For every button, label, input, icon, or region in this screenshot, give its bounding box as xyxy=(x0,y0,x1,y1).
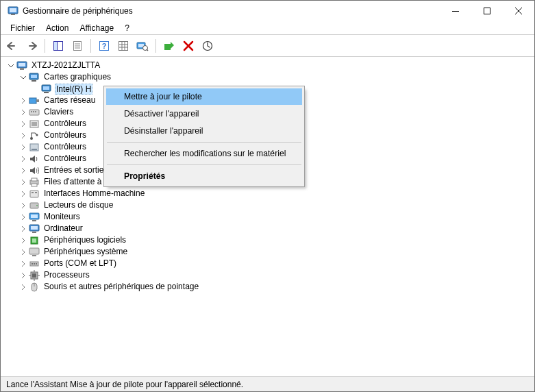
svg-rect-32 xyxy=(44,92,49,93)
software-device-icon xyxy=(29,235,40,246)
expand-icon[interactable] xyxy=(18,271,28,280)
svg-rect-49 xyxy=(32,192,34,193)
back-button[interactable] xyxy=(5,38,20,53)
hid-icon xyxy=(29,188,40,199)
expand-icon[interactable] xyxy=(18,201,28,210)
svg-rect-22 xyxy=(164,44,171,50)
tree-category[interactable]: Périphériques logiciels xyxy=(18,234,534,246)
scan-hardware-button[interactable] xyxy=(135,38,150,53)
svg-rect-48 xyxy=(30,191,38,197)
menu-action[interactable]: Action xyxy=(40,22,74,34)
context-menu-scan-hardware[interactable]: Rechercher les modifications sur le maté… xyxy=(106,145,302,162)
context-menu: Mettre à jour le pilote Désactiver l'app… xyxy=(103,86,305,187)
node-label: Contrôleurs xyxy=(42,141,88,153)
node-label: Souris et autres périphériques de pointa… xyxy=(42,281,200,293)
show-hide-tree-button[interactable] xyxy=(51,38,66,53)
node-label: Processeurs xyxy=(42,269,91,281)
close-button[interactable] xyxy=(503,1,534,21)
display-adapter-icon xyxy=(41,84,52,95)
forward-button[interactable] xyxy=(24,38,39,53)
node-label: Lecteurs de disque xyxy=(42,199,114,211)
tree-category[interactable]: Interfaces Homme-machine xyxy=(18,188,534,199)
expand-icon[interactable] xyxy=(18,236,28,245)
tree-category[interactable]: Ordinateur xyxy=(18,223,534,234)
selected-device-label: Intel(R) H xyxy=(55,84,92,95)
expand-icon[interactable] xyxy=(18,282,28,292)
svg-rect-40 xyxy=(32,122,37,126)
menu-help[interactable]: ? xyxy=(119,22,135,34)
svg-rect-28 xyxy=(31,75,37,78)
expand-icon[interactable] xyxy=(18,143,28,152)
node-label: Contrôleurs xyxy=(42,153,88,164)
expand-icon[interactable] xyxy=(18,96,28,106)
svg-point-64 xyxy=(32,263,33,265)
sound-controller-icon xyxy=(29,154,40,164)
context-menu-update-driver[interactable]: Mettre à jour le pilote xyxy=(106,88,302,105)
collapse-icon[interactable] xyxy=(18,73,28,82)
tree-root-node[interactable]: XTZJ-2021ZJLTTA xyxy=(6,60,534,71)
tree-category-display-adapters[interactable]: Cartes graphiques xyxy=(18,71,534,83)
node-label: Contrôleurs xyxy=(42,118,88,130)
enable-device-button[interactable] xyxy=(162,38,177,53)
expand-icon[interactable] xyxy=(18,212,28,222)
node-label: Cartes graphiques xyxy=(42,71,112,83)
expand-icon[interactable] xyxy=(18,224,28,234)
spacer xyxy=(31,84,40,94)
svg-rect-29 xyxy=(32,80,36,82)
expand-icon[interactable] xyxy=(18,108,28,117)
menu-view[interactable]: Affichage xyxy=(74,22,119,34)
grid-button[interactable] xyxy=(116,38,131,53)
context-menu-properties[interactable]: Propriétés xyxy=(106,168,302,184)
statusbar-text: Lance l'Assistant Mise à jour de pilote … xyxy=(6,380,243,389)
svg-rect-47 xyxy=(32,184,37,186)
expand-icon[interactable] xyxy=(18,131,28,140)
expand-icon[interactable] xyxy=(18,166,28,175)
properties-button[interactable] xyxy=(70,38,85,53)
svg-rect-46 xyxy=(32,178,37,181)
tree-category[interactable]: Processeurs xyxy=(18,269,534,281)
uninstall-device-button[interactable] xyxy=(181,38,196,53)
expand-icon[interactable] xyxy=(18,154,28,164)
computer-icon xyxy=(29,223,40,234)
svg-rect-58 xyxy=(32,232,36,233)
svg-rect-54 xyxy=(31,215,38,218)
expand-icon[interactable] xyxy=(18,189,28,199)
svg-rect-36 xyxy=(31,111,32,112)
device-manager-window: Gestionnaire de périphériques Fichier Ac… xyxy=(0,0,535,392)
tree-category[interactable]: Périphériques système xyxy=(18,246,534,258)
app-icon xyxy=(8,5,18,16)
svg-rect-2 xyxy=(11,14,15,15)
svg-rect-13 xyxy=(119,41,128,50)
context-menu-disable-device[interactable]: Désactiver l'appareil xyxy=(106,106,302,122)
expand-icon[interactable] xyxy=(18,259,28,269)
minimize-button[interactable] xyxy=(440,1,471,21)
node-label: Contrôleurs xyxy=(42,130,88,141)
audio-io-icon xyxy=(29,165,40,176)
maximize-button[interactable] xyxy=(471,1,503,21)
tree-category[interactable]: Souris et autres périphériques de pointa… xyxy=(18,281,534,293)
tree-category[interactable]: Moniteurs xyxy=(18,211,534,223)
expand-icon[interactable] xyxy=(18,247,28,257)
node-label: Moniteurs xyxy=(42,211,82,223)
tree-root-label: XTZJ-2021ZJLTTA xyxy=(30,60,101,71)
tree-category[interactable]: Lecteurs de disque xyxy=(18,199,534,211)
device-tree[interactable]: XTZJ-2021ZJLTTA Cartes graphiques xyxy=(1,57,534,376)
computer-icon xyxy=(16,60,27,71)
svg-rect-1 xyxy=(10,8,16,12)
processor-icon xyxy=(29,270,40,281)
expand-icon[interactable] xyxy=(18,177,28,187)
titlebar: Gestionnaire de périphériques xyxy=(1,1,534,21)
update-driver-button[interactable] xyxy=(200,38,215,53)
context-menu-uninstall[interactable]: Désinstaller l'appareil xyxy=(106,123,302,139)
context-menu-separator xyxy=(107,164,301,165)
help-button[interactable]: ? xyxy=(97,38,112,53)
node-label: Claviers xyxy=(42,106,75,118)
controller-icon xyxy=(29,119,40,130)
tree-category[interactable]: Ports (COM et LPT) xyxy=(18,258,534,269)
expand-icon[interactable] xyxy=(18,119,28,129)
svg-text:?: ? xyxy=(102,42,107,50)
svg-rect-31 xyxy=(43,86,49,90)
svg-rect-55 xyxy=(32,220,36,221)
collapse-icon[interactable] xyxy=(6,61,16,71)
menu-file[interactable]: Fichier xyxy=(5,22,40,34)
